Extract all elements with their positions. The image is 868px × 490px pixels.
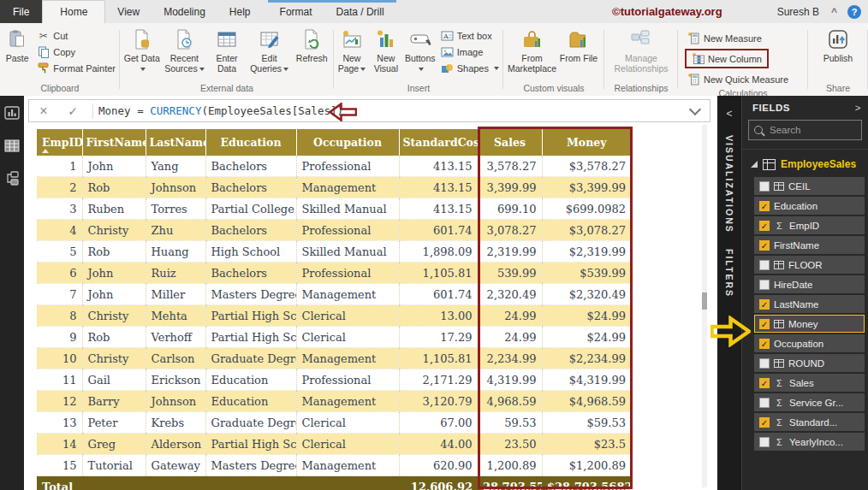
new-column-button[interactable]: New Column [689,50,764,67]
table-cell[interactable]: $2,320.49 [542,284,631,305]
report-view-button[interactable] [4,106,20,120]
image-button[interactable]: Image [438,44,502,60]
table-cell[interactable]: Management [296,455,399,476]
table-cell[interactable]: Mehta [146,305,205,327]
table-cell[interactable]: 14 [37,434,82,455]
table-cell[interactable]: Rob [82,327,146,348]
table-cell[interactable]: Huang [146,241,205,263]
table-cell[interactable]: John [82,284,146,305]
table-cell[interactable]: 413.15 [399,177,478,198]
table-cell[interactable]: Graduate Degree [205,412,296,434]
checked-checkbox[interactable]: ✓ [759,378,770,388]
table-cell[interactable]: High School [205,241,296,263]
table-cell[interactable]: Christy [82,220,146,241]
table-row[interactable]: 9RobVerhoffPartial High SchoolClerical17… [37,327,631,348]
field-item-money[interactable]: ✓Money [754,315,865,333]
from-marketplace-button[interactable]: From Marketplace [508,26,556,74]
data-view-button[interactable] [4,139,20,152]
table-cell[interactable]: 1,898.09 [399,241,478,263]
new-visual-button[interactable]: New Visual [370,26,402,74]
table-cell[interactable]: Gateway [146,455,205,476]
table-cell[interactable]: Christy [82,305,146,327]
tab-modeling[interactable]: Modeling [152,0,217,23]
table-cell[interactable]: 13.00 [399,305,478,327]
table-cell[interactable]: Partial High School [205,305,296,327]
recent-sources-button[interactable]: Recent Sources [164,26,205,74]
table-cell[interactable]: $3,578.27 [542,156,631,177]
table-cell[interactable]: 620.90 [399,455,478,476]
table-cell[interactable]: $539.99 [542,263,631,284]
table-row[interactable]: 5RobHuangHigh SchoolSkilled Manual1,898.… [37,241,631,263]
table-row[interactable]: 2RobJohnsonBachelorsManagement413.153,39… [37,177,631,198]
table-row[interactable]: 4ChristyZhuBachelorsProfessional601.743,… [37,220,631,241]
table-cell[interactable]: 1 [37,156,82,177]
model-view-button[interactable] [4,171,20,185]
table-row[interactable]: 8ChristyMehtaPartial High SchoolClerical… [37,305,631,327]
table-cell[interactable]: $3,078.27 [542,220,631,241]
table-cell[interactable]: Partial High School [205,327,296,348]
signed-in-user[interactable]: Suresh B [777,6,819,18]
field-item-lastname[interactable]: ✓LastName [754,295,865,313]
get-data-button[interactable]: Get Data [122,26,163,74]
copy-button[interactable]: Copy [34,44,118,60]
table-row[interactable]: 10ChristyCarlsonGraduate DegreeManagemen… [37,348,631,369]
table-cell[interactable]: Skilled Manual [296,241,399,263]
table-cell[interactable]: 13 [37,412,82,434]
table-cell[interactable]: Yang [146,156,205,177]
table-cell[interactable]: 699.10 [478,198,542,220]
table-cell[interactable]: 67.00 [399,412,478,434]
table-cell[interactable]: 12 [37,391,82,412]
table-cell[interactable]: 3,578.27 [478,156,542,177]
table-cell[interactable]: Gail [82,369,146,391]
table-cell[interactable]: Verhoff [146,327,205,348]
table-cell[interactable]: 7 [37,284,82,305]
table-cell[interactable]: Partial College [205,198,296,220]
table-cell[interactable]: Christy [82,348,146,369]
table-row[interactable]: 14GregAldersonPartial High SchoolClerica… [37,434,631,455]
table-cell[interactable]: 5 [37,241,82,263]
table-cell[interactable]: 11 [37,369,82,391]
table-cell[interactable]: Management [296,177,399,198]
from-file-button[interactable]: From File [558,26,600,63]
table-cell[interactable]: Krebs [146,412,205,434]
formula-expand-icon[interactable] [689,103,701,115]
unchecked-checkbox[interactable] [759,437,770,447]
tab-view[interactable]: View [105,0,152,23]
table-cell[interactable]: Education [205,369,296,391]
formula-text[interactable]: Money = CURRENCY(EmployeeSales[Sales]) [98,104,343,117]
table-cell[interactable]: $24.99 [542,305,631,327]
table-cell[interactable]: Professional [296,156,399,177]
table-cell[interactable]: $4,968.59 [542,391,631,412]
checked-checkbox[interactable]: ✓ [759,299,770,310]
field-item-education[interactable]: ✓Education [754,197,865,215]
field-item-firstname[interactable]: ✓FirstName [754,236,865,254]
table-cell[interactable]: 2,319.99 [478,241,542,263]
table-row[interactable]: 7JohnMillerMasters DegreeManagement601.7… [37,284,631,305]
column-header-money[interactable]: Money [542,129,631,156]
column-header-lastname[interactable]: LastName [146,129,205,156]
table-cell[interactable]: 3,399.99 [478,177,542,198]
column-header-sales[interactable]: Sales [478,129,542,156]
table-cell[interactable]: Clerical [296,434,399,455]
vertical-scrollbar[interactable] [702,125,707,487]
table-cell[interactable]: Bachelors [205,220,296,241]
checked-checkbox[interactable]: ✓ [759,240,770,251]
table-cell[interactable]: 24.99 [478,327,542,348]
collapse-fields-icon[interactable]: < [726,96,732,135]
column-header-occupation[interactable]: Occupation [296,129,399,156]
new-measure-button[interactable]: New Measure [685,30,764,46]
table-node-employeesales[interactable]: EmployeeSales [742,155,868,175]
table-row[interactable]: 12BarryJohnsonEducationManagement3,120.7… [37,391,631,412]
table-cell[interactable]: Carlson [146,348,205,369]
field-item-sales[interactable]: ✓ΣSales [754,374,865,392]
table-cell[interactable]: 1,105.81 [399,348,478,369]
table-cell[interactable]: 10 [37,348,82,369]
formula-bar[interactable]: × ✓ Money = CURRENCY(EmployeeSales[Sales… [28,99,710,122]
field-item-floor[interactable]: FLOOR [754,256,865,274]
table-cell[interactable]: Rob [82,177,146,198]
field-item-standard[interactable]: ✓ΣStandard... [754,413,865,431]
new-quick-measure-button[interactable]: New Quick Measure [685,71,791,87]
table-cell[interactable]: $1,200.89 [542,455,631,476]
publish-button[interactable]: Publish [817,26,859,63]
table-cell[interactable]: Clerical [296,305,399,327]
